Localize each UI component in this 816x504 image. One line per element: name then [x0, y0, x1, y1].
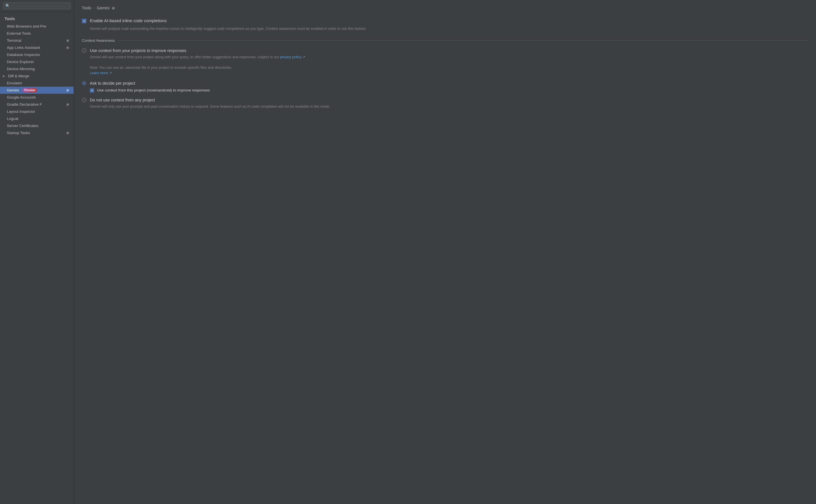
- sidebar: 🔍 Tools Web Browsers and Pre External To…: [0, 0, 74, 504]
- sidebar-item-label: Google Accounts: [7, 95, 36, 99]
- sidebar-item-layout-inspector[interactable]: Layout Inspector: [0, 108, 74, 115]
- radio-none[interactable]: [82, 98, 86, 102]
- sidebar-item-label: Emulator: [7, 81, 22, 85]
- search-icon: 🔍: [5, 4, 10, 8]
- sidebar-item-web-browsers[interactable]: Web Browsers and Pre: [0, 23, 74, 30]
- sidebar-item-external-tools[interactable]: External Tools: [0, 30, 74, 37]
- nav-section: Tools Web Browsers and Pre External Tool…: [0, 12, 74, 139]
- breadcrumb-current: Gemini: [97, 6, 109, 10]
- sidebar-item-terminal[interactable]: Terminal ▣: [0, 37, 74, 44]
- radio-none-desc: Gemini will only use your prompts and pa…: [90, 104, 808, 109]
- radio-row-ask: Ask to decide per project: [82, 81, 808, 86]
- sub-checkbox-label: Use context from this project (nowinandr…: [97, 88, 210, 92]
- sidebar-item-label: Database Inspector: [7, 53, 40, 57]
- sidebar-item-label: External Tools: [7, 31, 31, 36]
- main-content: Tools › Gemini ▣ ✓ Enable AI-based inlin…: [74, 0, 816, 504]
- sidebar-item-emulator[interactable]: Emulator: [0, 80, 74, 87]
- sidebar-item-logcat[interactable]: Logcat: [0, 115, 74, 122]
- sidebar-item-gradle[interactable]: Gradle Declarative F ▣: [0, 101, 74, 108]
- radio-project-desc-note: Note: You can use an .aiexclude file in …: [90, 66, 232, 70]
- sidebar-item-label: Gradle Declarative F: [7, 102, 42, 107]
- learn-more-link[interactable]: Learn more ↗: [90, 71, 112, 75]
- sub-checkbox-row: ✓ Use context from this project (nowinan…: [90, 88, 808, 93]
- sidebar-item-label: Layout Inspector: [7, 109, 35, 114]
- radio-option-project: Use context from your projects to improv…: [82, 48, 808, 76]
- sidebar-item-label: Device Mirroring: [7, 67, 35, 71]
- breadcrumb-settings-icon: ▣: [112, 6, 115, 10]
- sidebar-item-app-links[interactable]: App Links Assistant ▣: [0, 44, 74, 51]
- sidebar-item-label: App Links Assistant: [7, 45, 40, 50]
- privacy-policy-link[interactable]: privacy policy ↗: [280, 55, 306, 59]
- chevron-right-icon: ▶: [3, 74, 5, 78]
- sub-checkbox[interactable]: ✓: [90, 88, 94, 93]
- radio-option-ask: Ask to decide per project ✓ Use context …: [82, 81, 808, 93]
- radio-row-none: Do not use context from any project: [82, 98, 808, 102]
- inline-completions-description: Gemini will analyze code surrounding the…: [90, 26, 808, 32]
- sidebar-item-label: Startup Tasks: [7, 131, 30, 135]
- search-bar: 🔍: [0, 0, 74, 12]
- radio-project[interactable]: [82, 48, 86, 53]
- sidebar-item-gemini[interactable]: Gemini Preview ▣: [0, 87, 74, 94]
- inline-completions-checkbox-row: ✓ Enable AI-based inline code completion…: [82, 18, 808, 23]
- radio-ask[interactable]: [82, 81, 86, 86]
- sidebar-item-label: Device Explorer: [7, 60, 34, 64]
- sidebar-item-startup-tasks[interactable]: Startup Tasks ▣: [0, 129, 74, 136]
- breadcrumb-root: Tools: [82, 6, 91, 10]
- sidebar-item-google-accounts[interactable]: Google Accounts: [0, 94, 74, 101]
- inline-completions-section: ✓ Enable AI-based inline code completion…: [82, 18, 808, 32]
- context-awareness-divider: Context Awareness: [82, 38, 808, 43]
- gradle-settings-icon: ▣: [66, 103, 69, 106]
- search-input[interactable]: [12, 4, 68, 8]
- radio-ask-label: Ask to decide per project: [90, 81, 135, 86]
- sidebar-item-server-certificates[interactable]: Server Certificates: [0, 122, 74, 129]
- gemini-settings-icon: ▣: [66, 88, 69, 92]
- sidebar-item-label: Diff & Merge: [8, 74, 29, 78]
- sidebar-item-database-inspector[interactable]: Database Inspector: [0, 51, 74, 58]
- inline-completions-label: Enable AI-based inline code completions: [90, 18, 166, 23]
- sub-checkmark-icon: ✓: [91, 89, 93, 92]
- breadcrumb: Tools › Gemini ▣: [82, 6, 808, 10]
- app-links-settings-icon: ▣: [66, 46, 69, 49]
- radio-project-desc: Gemini will use context from your projec…: [90, 55, 808, 76]
- sidebar-item-label: Server Certificates: [7, 124, 38, 128]
- context-awareness-label: Context Awareness: [82, 38, 115, 43]
- radio-none-label: Do not use context from any project: [90, 98, 155, 102]
- radio-project-desc-before: Gemini will use context from your projec…: [90, 55, 279, 59]
- preview-badge: Preview: [22, 88, 37, 92]
- divider-line: [118, 40, 808, 41]
- sidebar-item-label: Logcat: [7, 116, 18, 121]
- radio-inner-dot: [83, 82, 85, 84]
- radio-option-none: Do not use context from any project Gemi…: [82, 98, 808, 109]
- search-input-wrapper[interactable]: 🔍: [3, 2, 71, 9]
- radio-row-project: Use context from your projects to improv…: [82, 48, 808, 53]
- sidebar-item-label: Terminal: [7, 38, 21, 43]
- sidebar-item-label: Web Browsers and Pre: [7, 24, 46, 28]
- sidebar-item-device-explorer[interactable]: Device Explorer: [0, 58, 74, 65]
- sidebar-item-diff-merge[interactable]: ▶ Diff & Merge: [0, 72, 74, 80]
- sidebar-item-label: Gemini: [7, 88, 19, 92]
- nav-group-title: Tools: [0, 15, 74, 23]
- startup-tasks-settings-icon: ▣: [66, 131, 69, 135]
- breadcrumb-separator: ›: [93, 6, 95, 10]
- checkmark-icon: ✓: [83, 19, 86, 23]
- radio-project-label: Use context from your projects to improv…: [90, 48, 186, 53]
- inline-completions-checkbox[interactable]: ✓: [82, 19, 86, 23]
- terminal-settings-icon: ▣: [66, 39, 69, 42]
- sidebar-item-device-mirroring[interactable]: Device Mirroring: [0, 65, 74, 72]
